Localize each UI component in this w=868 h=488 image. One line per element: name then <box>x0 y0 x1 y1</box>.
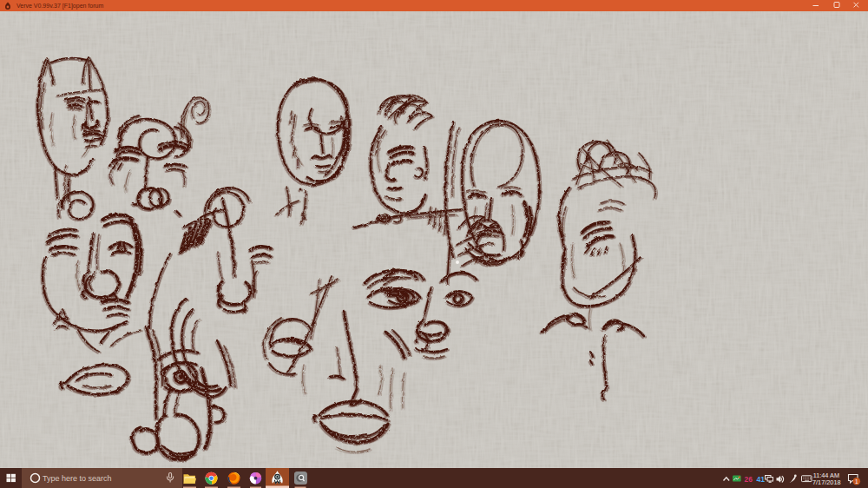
svg-text:41: 41 <box>757 475 766 484</box>
svg-text:1: 1 <box>855 478 858 485</box>
svg-text:26: 26 <box>745 475 753 484</box>
svg-text:7/17/2018: 7/17/2018 <box>812 478 840 486</box>
